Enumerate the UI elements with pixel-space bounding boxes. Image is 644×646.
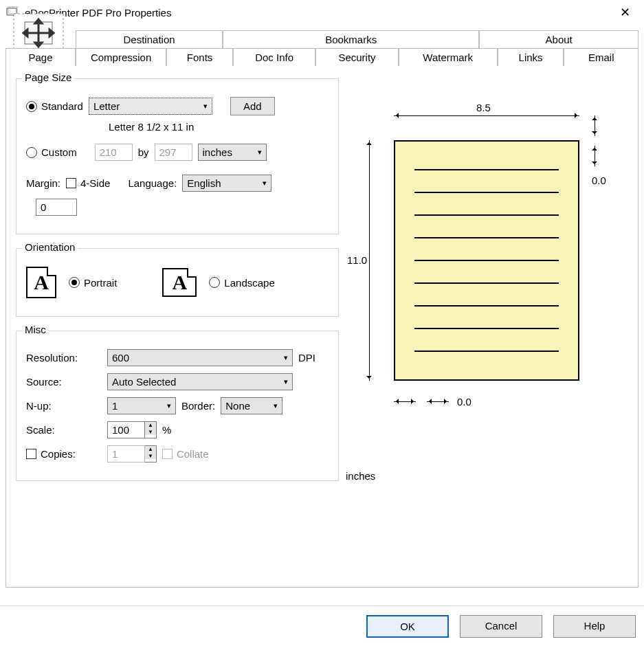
tab-security[interactable]: Security xyxy=(315,48,398,66)
help-button[interactable]: Help xyxy=(553,615,636,638)
border-label: Border: xyxy=(181,400,215,412)
chevron-up-icon: ▲ xyxy=(145,446,156,453)
dpi-label: DPI xyxy=(298,352,315,364)
tab-destination[interactable]: Destination xyxy=(76,30,223,48)
margin-top-arrow-in xyxy=(595,146,595,166)
select-language[interactable]: English▾ xyxy=(182,175,271,192)
tab-watermark[interactable]: Watermark xyxy=(399,48,498,66)
chevron-down-icon: ▾ xyxy=(284,377,288,386)
window-title: eDocPrinter PDF Pro Properties xyxy=(25,7,611,19)
tab-page[interactable]: Page xyxy=(5,48,76,66)
custom-width-input[interactable]: 210 xyxy=(95,144,133,161)
tab-panel-page: Page Size Standard Letter▾ Add Letter 8 … xyxy=(5,65,639,588)
chevron-down-icon: ▾ xyxy=(284,353,288,362)
legend-orientation: Orientation xyxy=(22,241,78,253)
chevron-down-icon: ▾ xyxy=(274,401,278,410)
group-misc: Misc Resolution: 600▾ DPI Source: Auto S… xyxy=(16,331,339,481)
height-dimension-arrow xyxy=(369,140,370,381)
width-dimension-arrow xyxy=(394,115,579,116)
source-label: Source: xyxy=(26,376,102,388)
chevron-down-icon: ▼ xyxy=(145,429,156,436)
tab-about[interactable]: About xyxy=(479,30,639,48)
checkbox-collate[interactable]: Collate xyxy=(162,448,209,460)
dialog-buttons: OK Cancel Help xyxy=(366,615,636,638)
chevron-down-icon: ▼ xyxy=(145,453,156,460)
checkbox-4side[interactable]: 4-Side xyxy=(66,177,110,189)
group-orientation: Orientation A Portrait A Landscape xyxy=(16,248,339,317)
tab-fonts[interactable]: Fonts xyxy=(166,48,233,66)
group-pagesize: Page Size Standard Letter▾ Add Letter 8 … xyxy=(16,78,339,234)
select-nup[interactable]: 1▾ xyxy=(107,397,176,414)
height-label: 11.0 xyxy=(347,254,367,266)
chevron-down-icon: ▾ xyxy=(167,401,171,410)
page-preview: 8.5 11.0 0.0 0.0 xyxy=(346,92,607,449)
radio-standard[interactable]: Standard xyxy=(26,100,83,112)
chevron-down-icon: ▾ xyxy=(258,148,262,157)
select-border[interactable]: None▾ xyxy=(221,397,282,414)
tab-links[interactable]: Links xyxy=(498,48,564,66)
percent-label: % xyxy=(162,424,171,436)
add-button[interactable]: Add xyxy=(230,97,275,115)
paper-size-desc: Letter 8 1/2 x 11 in xyxy=(109,121,194,133)
nup-label: N-up: xyxy=(26,400,102,412)
margin-left-arrow-in xyxy=(427,401,449,402)
scale-spinner[interactable]: 100 ▲▼ xyxy=(107,421,157,438)
margin-left-arrow xyxy=(394,401,416,402)
margin-input[interactable]: 0 xyxy=(36,199,77,216)
legend-misc: Misc xyxy=(22,324,49,335)
margin-label: Margin: xyxy=(26,177,60,189)
radio-portrait[interactable]: Portrait xyxy=(69,277,117,289)
legend-pagesize: Page Size xyxy=(22,71,74,83)
tab-docinfo[interactable]: Doc Info xyxy=(233,48,315,66)
landscape-icon: A xyxy=(162,268,197,297)
custom-height-input[interactable]: 297 xyxy=(155,144,192,161)
chevron-up-icon: ▲ xyxy=(145,422,156,429)
select-source[interactable]: Auto Selected▾ xyxy=(107,373,293,390)
checkbox-copies[interactable]: Copies: xyxy=(26,448,102,460)
preview-page xyxy=(394,140,579,381)
by-label: by xyxy=(138,146,149,158)
close-button[interactable]: ✕ xyxy=(611,5,639,20)
ok-button[interactable]: OK xyxy=(366,615,449,638)
radio-landscape[interactable]: Landscape xyxy=(209,277,274,289)
margin-top-arrow xyxy=(595,115,595,136)
portrait-icon: A xyxy=(26,267,56,298)
tab-control: Destination Bookmarks About Page Compres… xyxy=(5,30,639,588)
resolution-label: Resolution: xyxy=(26,352,102,364)
margin-h-label: 0.0 xyxy=(457,396,471,408)
radio-custom[interactable]: Custom xyxy=(26,146,77,158)
tab-bookmarks[interactable]: Bookmarks xyxy=(223,30,479,48)
copies-spinner[interactable]: 1 ▲▼ xyxy=(107,445,157,463)
width-label: 8.5 xyxy=(476,102,491,113)
cancel-button[interactable]: Cancel xyxy=(460,615,542,638)
tab-email[interactable]: Email xyxy=(564,48,639,66)
margin-v-label: 0.0 xyxy=(592,175,606,186)
tab-compression[interactable]: Compression xyxy=(76,48,166,66)
chevron-down-icon: ▾ xyxy=(263,179,267,188)
select-paper-size[interactable]: Letter▾ xyxy=(89,98,212,115)
chevron-down-icon: ▾ xyxy=(203,102,208,111)
language-label: Language: xyxy=(128,177,177,189)
separator xyxy=(0,605,644,606)
select-resolution[interactable]: 600▾ xyxy=(107,349,293,366)
scale-label: Scale: xyxy=(26,424,102,436)
titlebar: eDocPrinter PDF Pro Properties ✕ xyxy=(0,0,644,25)
select-unit[interactable]: inches▾ xyxy=(198,144,267,161)
preview-unit-label: inches xyxy=(346,470,628,482)
